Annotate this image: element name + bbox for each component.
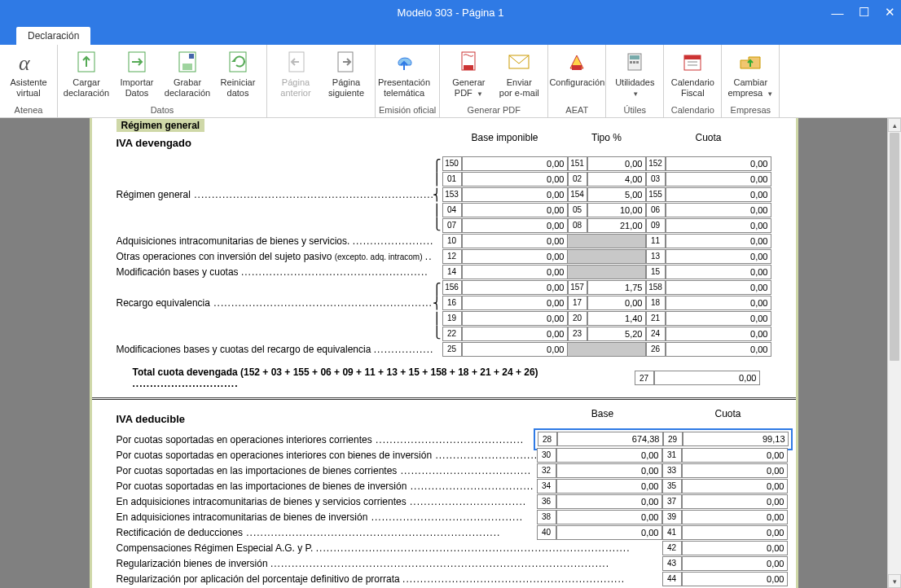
cell-num: 156 bbox=[442, 280, 462, 295]
cell-val[interactable]: 10,00 bbox=[587, 203, 646, 217]
cal-icon bbox=[679, 49, 705, 75]
util-button[interactable]: Utilidades▼ bbox=[609, 46, 660, 104]
cell-val[interactable]: 5,00 bbox=[587, 187, 646, 202]
form-row: Por cuotas soportadas en las importacion… bbox=[116, 478, 783, 494]
cell-num: 10 bbox=[442, 234, 462, 248]
cell-val[interactable]: 0,00 bbox=[682, 463, 788, 478]
vertical-scrollbar[interactable]: ▴ ▾ bbox=[887, 118, 901, 588]
reiniciar-button[interactable]: Reiniciardatos bbox=[213, 46, 263, 104]
pag-ant-button: Páginaanterior bbox=[270, 46, 321, 104]
cell-val[interactable]: 0,00 bbox=[682, 479, 788, 494]
page-scroll[interactable]: Régimen general IVA devengado Base impon… bbox=[0, 118, 887, 588]
cell-val[interactable]: 0,00 bbox=[556, 494, 662, 509]
cell-val[interactable]: 0,00 bbox=[556, 448, 662, 463]
cal-button[interactable]: CalendarioFiscal bbox=[667, 46, 718, 104]
window-controls: — ☐ ✕ bbox=[829, 0, 898, 24]
row-label: Modificación bases y cuotas ............… bbox=[116, 266, 433, 278]
asistente-button[interactable]: αAsistentevirtual bbox=[3, 46, 54, 104]
cell-val[interactable]: 0,00 bbox=[462, 342, 568, 357]
cell-val[interactable]: 0,00 bbox=[666, 249, 771, 264]
cell-val[interactable]: 4,00 bbox=[587, 172, 646, 186]
content-area: Régimen general IVA devengado Base impon… bbox=[0, 118, 901, 588]
cell-val[interactable]: 0,00 bbox=[666, 187, 771, 202]
scroll-up-icon[interactable]: ▴ bbox=[888, 118, 901, 132]
cell-val[interactable]: 0,00 bbox=[666, 296, 771, 310]
cell-val[interactable]: 0,00 bbox=[682, 494, 788, 509]
cell-val[interactable]: 0,00 bbox=[666, 265, 771, 279]
cell-val[interactable]: 0,00 bbox=[682, 448, 788, 463]
cell-val[interactable]: 0,00 bbox=[682, 525, 788, 540]
cell-val[interactable]: 0,00 bbox=[682, 556, 788, 571]
cell-val[interactable]: 0,00 bbox=[666, 311, 771, 326]
cell-num: 18 bbox=[646, 296, 666, 310]
row-label: Por cuotas soportadas en operaciones int… bbox=[116, 450, 537, 461]
cell-val[interactable]: 0,00 bbox=[556, 510, 662, 524]
cell-val[interactable]: 0,00 bbox=[666, 280, 771, 295]
cell-val[interactable]: 0,00 bbox=[666, 203, 771, 217]
importar-button[interactable]: ImportarDatos bbox=[112, 46, 162, 104]
cell-val[interactable]: 0,00 bbox=[462, 265, 568, 279]
cell-num: 158 bbox=[646, 280, 666, 295]
gen-pdf-button[interactable]: GenerarPDF ▼ bbox=[443, 46, 494, 104]
cell-val[interactable]: 0,00 bbox=[462, 187, 568, 202]
cell-val[interactable]: 0,00 bbox=[556, 463, 662, 478]
scroll-thumb[interactable] bbox=[890, 133, 899, 361]
cell-num: 35 bbox=[662, 479, 682, 494]
titlebar: Modelo 303 - Página 1 — ☐ ✕ bbox=[0, 0, 901, 24]
email-button[interactable]: Enviarpor e-mail bbox=[494, 46, 544, 104]
cell-val[interactable]: 0,00 bbox=[462, 218, 568, 233]
tab-declaracion[interactable]: Declaración bbox=[16, 27, 90, 45]
cell-val[interactable]: 0,00 bbox=[666, 327, 771, 341]
cell-val[interactable]: 0,00 bbox=[462, 327, 568, 341]
cell-shade bbox=[568, 234, 646, 248]
scroll-down-icon[interactable]: ▾ bbox=[888, 574, 901, 588]
form-row: ⎧1560,001571,751580,00 bbox=[116, 279, 783, 295]
minimize-button[interactable]: — bbox=[829, 6, 846, 20]
cell-val[interactable]: 0,00 bbox=[682, 510, 788, 524]
grabar-button[interactable]: Grabardeclaración bbox=[162, 46, 213, 104]
telematica-button[interactable]: Presentacióntelemática bbox=[379, 46, 429, 104]
cell-val[interactable]: 1,75 bbox=[587, 280, 646, 295]
cell-val[interactable]: 0,00 bbox=[462, 296, 568, 310]
cell-val[interactable]: 0,00 bbox=[666, 156, 771, 171]
cell-val[interactable]: 0,00 bbox=[682, 572, 788, 586]
svg-rect-4 bbox=[182, 64, 192, 70]
cell-val-27[interactable]: 0,00 bbox=[654, 371, 760, 385]
config-button[interactable]: Configuración bbox=[552, 46, 602, 104]
cell-val[interactable]: 0,00 bbox=[462, 249, 568, 264]
cell-val[interactable]: 0,00 bbox=[666, 218, 771, 233]
cell-val[interactable]: 0,00 bbox=[462, 311, 568, 326]
close-button[interactable]: ✕ bbox=[881, 5, 898, 20]
cell-num: 13 bbox=[646, 249, 666, 264]
cell-val[interactable]: 0,00 bbox=[462, 203, 568, 217]
cell-val[interactable]: 0,00 bbox=[556, 525, 662, 540]
cell-val[interactable]: 1,40 bbox=[587, 311, 646, 326]
maximize-button[interactable]: ☐ bbox=[855, 5, 872, 20]
cell-val[interactable]: 0,00 bbox=[462, 234, 568, 248]
importar-icon bbox=[124, 49, 150, 75]
form-row: ⎪190,00201,40210,00 bbox=[116, 310, 783, 326]
cell-val[interactable]: 0,00 bbox=[682, 541, 788, 555]
cell-val[interactable]: 0,00 bbox=[462, 156, 568, 171]
cell-val[interactable]: 0,00 bbox=[462, 280, 568, 295]
cell-val[interactable]: 0,00 bbox=[556, 479, 662, 494]
cell-val[interactable]: 21,00 bbox=[587, 218, 646, 233]
cell-val[interactable]: 0,00 bbox=[666, 172, 771, 186]
cell-val[interactable]: 0,00 bbox=[666, 234, 771, 248]
cell-val[interactable]: 0,00 bbox=[587, 296, 646, 310]
cell-val[interactable]: 5,20 bbox=[587, 327, 646, 341]
cargar-icon bbox=[73, 49, 99, 75]
cell-val[interactable]: 674,38 bbox=[557, 432, 663, 446]
cell-val[interactable]: 0,00 bbox=[666, 342, 771, 357]
emp-button[interactable]: Cambiarempresa ▼ bbox=[725, 46, 776, 104]
cell-num: 151 bbox=[568, 156, 587, 171]
cell-val[interactable]: 0,00 bbox=[462, 172, 568, 186]
pag-ant-icon bbox=[283, 49, 309, 75]
col-header-base: Base imponible bbox=[442, 132, 568, 154]
pag-sig-button[interactable]: Páginasiguiente bbox=[321, 46, 371, 104]
row-label: Recargo equivalencia ...................… bbox=[116, 297, 433, 309]
cell-val[interactable]: 99,13 bbox=[683, 432, 789, 446]
cell-val[interactable]: 0,00 bbox=[587, 156, 646, 171]
form-row: Adquisiciones intracomunitarias de biene… bbox=[116, 233, 783, 248]
cargar-button[interactable]: Cargardeclaración bbox=[61, 46, 112, 104]
